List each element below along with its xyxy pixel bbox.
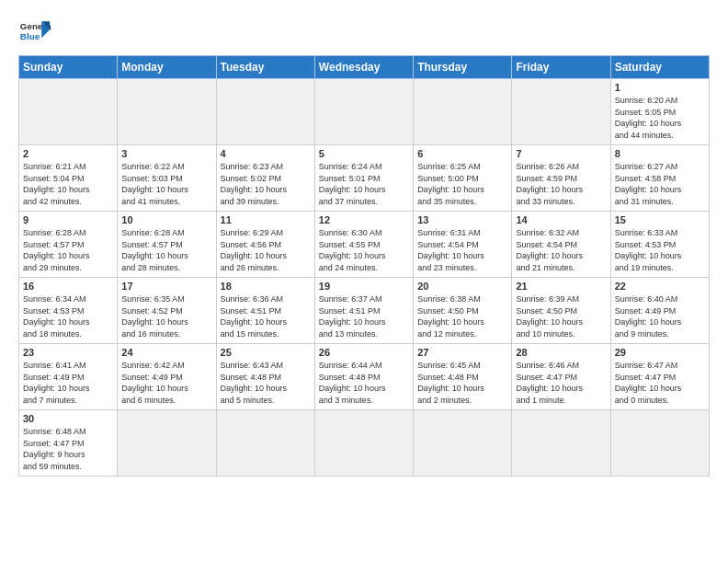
- day-number: 25: [221, 347, 311, 358]
- empty-cell: [314, 79, 413, 145]
- day-cell-9: 9Sunrise: 6:28 AM Sunset: 4:57 PM Daylig…: [19, 212, 118, 278]
- day-cell-25: 25Sunrise: 6:43 AM Sunset: 4:48 PM Dayli…: [216, 344, 314, 410]
- day-info: Sunrise: 6:38 AM Sunset: 4:50 PM Dayligh…: [417, 293, 507, 339]
- day-number: 17: [121, 281, 211, 292]
- day-number: 10: [121, 214, 211, 225]
- weekday-sunday: Sunday: [19, 56, 118, 79]
- day-number: 30: [23, 413, 113, 424]
- day-info: Sunrise: 6:47 AM Sunset: 4:47 PM Dayligh…: [615, 360, 705, 406]
- day-number: 18: [221, 281, 311, 292]
- day-info: Sunrise: 6:45 AM Sunset: 4:48 PM Dayligh…: [417, 360, 507, 406]
- empty-cell: [118, 79, 216, 145]
- weekday-wednesday: Wednesday: [314, 56, 413, 79]
- day-number: 3: [121, 148, 211, 159]
- day-cell-17: 17Sunrise: 6:35 AM Sunset: 4:52 PM Dayli…: [118, 278, 216, 344]
- day-cell-22: 22Sunrise: 6:40 AM Sunset: 4:49 PM Dayli…: [610, 278, 709, 344]
- day-info: Sunrise: 6:22 AM Sunset: 5:03 PM Dayligh…: [121, 161, 211, 207]
- day-number: 19: [319, 281, 409, 292]
- weekday-friday: Friday: [512, 56, 610, 79]
- day-cell-19: 19Sunrise: 6:37 AM Sunset: 4:51 PM Dayli…: [314, 278, 413, 344]
- day-number: 15: [615, 214, 705, 225]
- weekday-tuesday: Tuesday: [216, 56, 314, 79]
- day-number: 24: [121, 347, 211, 358]
- day-number: 16: [23, 281, 113, 292]
- day-info: Sunrise: 6:36 AM Sunset: 4:51 PM Dayligh…: [221, 293, 311, 339]
- empty-cell: [19, 79, 118, 145]
- day-number: 6: [417, 148, 507, 159]
- day-info: Sunrise: 6:42 AM Sunset: 4:49 PM Dayligh…: [121, 360, 211, 406]
- day-number: 28: [516, 347, 606, 358]
- empty-cell: [610, 410, 709, 477]
- day-cell-26: 26Sunrise: 6:44 AM Sunset: 4:48 PM Dayli…: [314, 344, 413, 410]
- week-row-5: 30Sunrise: 6:48 AM Sunset: 4:47 PM Dayli…: [19, 410, 710, 477]
- logo: General Blue: [18, 15, 51, 48]
- empty-cell: [314, 410, 413, 477]
- day-cell-13: 13Sunrise: 6:31 AM Sunset: 4:54 PM Dayli…: [414, 212, 512, 278]
- day-info: Sunrise: 6:20 AM Sunset: 5:05 PM Dayligh…: [615, 95, 705, 141]
- day-info: Sunrise: 6:46 AM Sunset: 4:47 PM Dayligh…: [516, 360, 606, 406]
- day-cell-1: 1Sunrise: 6:20 AM Sunset: 5:05 PM Daylig…: [610, 79, 709, 145]
- day-number: 26: [319, 347, 409, 358]
- logo-icon: General Blue: [18, 15, 51, 48]
- day-info: Sunrise: 6:21 AM Sunset: 5:04 PM Dayligh…: [23, 161, 113, 207]
- day-info: Sunrise: 6:48 AM Sunset: 4:47 PM Dayligh…: [23, 426, 113, 472]
- day-cell-24: 24Sunrise: 6:42 AM Sunset: 4:49 PM Dayli…: [118, 344, 216, 410]
- day-info: Sunrise: 6:28 AM Sunset: 4:57 PM Dayligh…: [121, 227, 211, 273]
- day-number: 14: [516, 214, 606, 225]
- day-info: Sunrise: 6:31 AM Sunset: 4:54 PM Dayligh…: [417, 227, 507, 273]
- day-info: Sunrise: 6:29 AM Sunset: 4:56 PM Dayligh…: [221, 227, 311, 273]
- day-info: Sunrise: 6:39 AM Sunset: 4:50 PM Dayligh…: [516, 293, 606, 339]
- day-info: Sunrise: 6:43 AM Sunset: 4:48 PM Dayligh…: [221, 360, 311, 406]
- day-cell-21: 21Sunrise: 6:39 AM Sunset: 4:50 PM Dayli…: [512, 278, 610, 344]
- empty-cell: [118, 410, 216, 477]
- day-info: Sunrise: 6:34 AM Sunset: 4:53 PM Dayligh…: [23, 293, 113, 339]
- day-number: 4: [221, 148, 311, 159]
- header: General Blue: [18, 15, 710, 48]
- day-number: 9: [23, 214, 113, 225]
- day-info: Sunrise: 6:44 AM Sunset: 4:48 PM Dayligh…: [319, 360, 409, 406]
- day-cell-27: 27Sunrise: 6:45 AM Sunset: 4:48 PM Dayli…: [414, 344, 512, 410]
- calendar: SundayMondayTuesdayWednesdayThursdayFrid…: [18, 55, 710, 477]
- day-number: 22: [615, 281, 705, 292]
- day-cell-15: 15Sunrise: 6:33 AM Sunset: 4:53 PM Dayli…: [610, 212, 709, 278]
- day-cell-14: 14Sunrise: 6:32 AM Sunset: 4:54 PM Dayli…: [512, 212, 610, 278]
- empty-cell: [512, 79, 610, 145]
- day-cell-28: 28Sunrise: 6:46 AM Sunset: 4:47 PM Dayli…: [512, 344, 610, 410]
- day-number: 12: [319, 214, 409, 225]
- day-cell-11: 11Sunrise: 6:29 AM Sunset: 4:56 PM Dayli…: [216, 212, 314, 278]
- day-info: Sunrise: 6:24 AM Sunset: 5:01 PM Dayligh…: [319, 161, 409, 207]
- day-cell-16: 16Sunrise: 6:34 AM Sunset: 4:53 PM Dayli…: [19, 278, 118, 344]
- day-info: Sunrise: 6:28 AM Sunset: 4:57 PM Dayligh…: [23, 227, 113, 273]
- day-cell-2: 2Sunrise: 6:21 AM Sunset: 5:04 PM Daylig…: [19, 145, 118, 212]
- page: General Blue SundayMondayTuesdayWednesda…: [0, 0, 728, 563]
- day-cell-20: 20Sunrise: 6:38 AM Sunset: 4:50 PM Dayli…: [414, 278, 512, 344]
- day-number: 1: [615, 82, 705, 93]
- day-info: Sunrise: 6:26 AM Sunset: 4:59 PM Dayligh…: [516, 161, 606, 207]
- weekday-header-row: SundayMondayTuesdayWednesdayThursdayFrid…: [19, 56, 710, 79]
- empty-cell: [216, 79, 314, 145]
- day-number: 5: [319, 148, 409, 159]
- day-number: 23: [23, 347, 113, 358]
- day-number: 29: [615, 347, 705, 358]
- day-cell-10: 10Sunrise: 6:28 AM Sunset: 4:57 PM Dayli…: [118, 212, 216, 278]
- day-cell-4: 4Sunrise: 6:23 AM Sunset: 5:02 PM Daylig…: [216, 145, 314, 212]
- empty-cell: [414, 410, 512, 477]
- empty-cell: [414, 79, 512, 145]
- day-cell-5: 5Sunrise: 6:24 AM Sunset: 5:01 PM Daylig…: [314, 145, 413, 212]
- week-row-1: 2Sunrise: 6:21 AM Sunset: 5:04 PM Daylig…: [19, 145, 710, 212]
- day-cell-7: 7Sunrise: 6:26 AM Sunset: 4:59 PM Daylig…: [512, 145, 610, 212]
- empty-cell: [216, 410, 314, 477]
- weekday-monday: Monday: [118, 56, 216, 79]
- day-cell-6: 6Sunrise: 6:25 AM Sunset: 5:00 PM Daylig…: [414, 145, 512, 212]
- day-info: Sunrise: 6:41 AM Sunset: 4:49 PM Dayligh…: [23, 360, 113, 406]
- day-cell-8: 8Sunrise: 6:27 AM Sunset: 4:58 PM Daylig…: [610, 145, 709, 212]
- week-row-2: 9Sunrise: 6:28 AM Sunset: 4:57 PM Daylig…: [19, 212, 710, 278]
- empty-cell: [512, 410, 610, 477]
- day-number: 21: [516, 281, 606, 292]
- day-info: Sunrise: 6:23 AM Sunset: 5:02 PM Dayligh…: [221, 161, 311, 207]
- week-row-0: 1Sunrise: 6:20 AM Sunset: 5:05 PM Daylig…: [19, 79, 710, 145]
- day-info: Sunrise: 6:35 AM Sunset: 4:52 PM Dayligh…: [121, 293, 211, 339]
- svg-text:Blue: Blue: [20, 31, 40, 41]
- day-info: Sunrise: 6:40 AM Sunset: 4:49 PM Dayligh…: [615, 293, 705, 339]
- day-info: Sunrise: 6:25 AM Sunset: 5:00 PM Dayligh…: [417, 161, 507, 207]
